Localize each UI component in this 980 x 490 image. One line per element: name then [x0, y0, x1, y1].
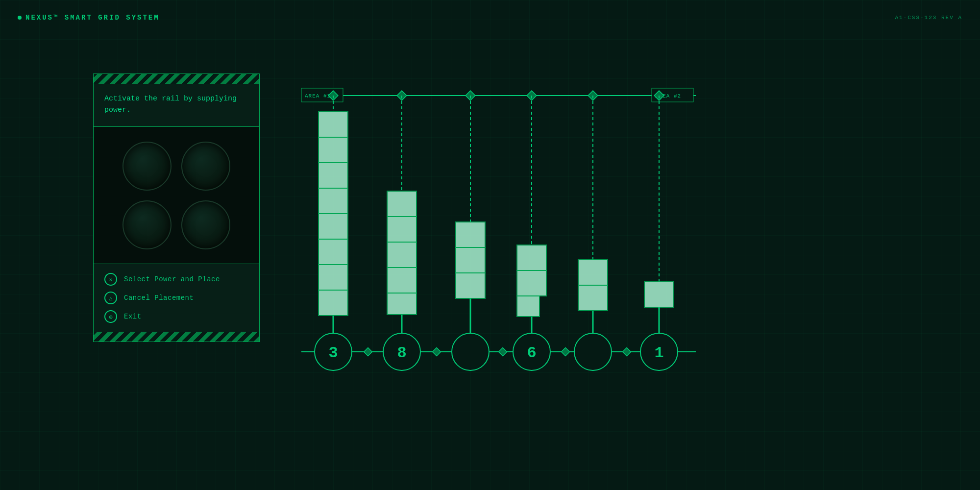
svg-rect-26	[387, 191, 416, 217]
panel-preview	[94, 127, 259, 264]
svg-point-54	[513, 333, 550, 370]
svg-rect-17	[318, 112, 348, 137]
preview-circle-1	[122, 142, 172, 191]
svg-rect-37	[517, 270, 546, 296]
svg-rect-22	[318, 239, 348, 265]
app-title-text: NEXUS™ SMART GRID SYSTEM	[25, 14, 160, 22]
svg-point-46	[315, 333, 352, 370]
svg-rect-38	[517, 296, 539, 317]
svg-text:3: 3	[328, 344, 338, 362]
top-bar: NEXUS™ SMART GRID SYSTEM A1-CSS-123 REV …	[18, 14, 962, 22]
select-icon: ✕	[104, 273, 117, 286]
svg-rect-34	[456, 273, 485, 298]
svg-text:1: 1	[654, 344, 663, 362]
svg-rect-41	[578, 285, 608, 311]
select-label: Select Power and Place	[124, 275, 220, 283]
svg-rect-24	[318, 290, 348, 316]
svg-point-52	[452, 333, 489, 370]
exit-icon: ◎	[104, 310, 117, 323]
doc-id: A1-CSS-123 REV A	[895, 15, 962, 21]
svg-rect-51	[433, 348, 441, 356]
svg-rect-56	[562, 348, 570, 356]
cancel-icon: △	[104, 292, 117, 304]
panel-stripe-bottom	[94, 332, 259, 342]
svg-text:8: 8	[397, 344, 406, 362]
cancel-label: Cancel Placement	[124, 294, 194, 302]
svg-rect-5	[328, 91, 338, 100]
panel-stripe-top	[94, 74, 259, 84]
svg-rect-48	[364, 348, 372, 356]
panel-instruction-text: Activate the rail by supplying power.	[104, 94, 248, 116]
svg-rect-19	[318, 163, 348, 188]
svg-text:AREA #1: AREA #1	[305, 93, 331, 99]
preview-circle-3	[122, 200, 172, 249]
svg-rect-8	[527, 91, 537, 100]
svg-rect-1	[301, 88, 343, 102]
svg-rect-53	[499, 348, 507, 356]
control-exit[interactable]: ◎ Exit	[104, 310, 248, 323]
svg-rect-20	[318, 188, 348, 214]
svg-rect-9	[588, 91, 598, 100]
svg-text:AREA #2: AREA #2	[655, 93, 681, 99]
preview-circle-4	[181, 200, 230, 249]
title-dot-icon	[18, 16, 22, 20]
panel-instruction: Activate the rail by supplying power.	[94, 84, 259, 127]
control-cancel[interactable]: △ Cancel Placement	[104, 292, 248, 304]
svg-rect-58	[623, 348, 631, 356]
svg-rect-40	[578, 260, 608, 285]
svg-rect-27	[387, 217, 416, 242]
svg-rect-32	[456, 222, 485, 247]
svg-rect-3	[652, 88, 693, 102]
svg-rect-21	[318, 214, 348, 239]
panel-controls: ✕ Select Power and Place △ Cancel Placem…	[94, 264, 259, 332]
svg-rect-23	[318, 265, 348, 290]
svg-rect-18	[318, 137, 348, 163]
svg-point-57	[574, 333, 612, 370]
svg-rect-6	[397, 91, 407, 100]
svg-rect-33	[456, 247, 485, 273]
control-select[interactable]: ✕ Select Power and Place	[104, 273, 248, 286]
app-title: NEXUS™ SMART GRID SYSTEM	[18, 14, 160, 22]
left-panel: Activate the rail by supplying power. ✕ …	[93, 74, 260, 342]
svg-rect-30	[387, 293, 416, 315]
svg-rect-43	[644, 282, 674, 307]
svg-rect-7	[466, 91, 475, 100]
svg-point-59	[640, 333, 678, 370]
svg-rect-29	[387, 268, 416, 293]
exit-label: Exit	[124, 313, 142, 320]
svg-rect-10	[654, 91, 664, 100]
preview-circle-2	[181, 142, 230, 191]
svg-point-49	[383, 333, 420, 370]
svg-rect-36	[517, 245, 546, 270]
svg-rect-28	[387, 242, 416, 268]
svg-text:6: 6	[527, 344, 536, 362]
